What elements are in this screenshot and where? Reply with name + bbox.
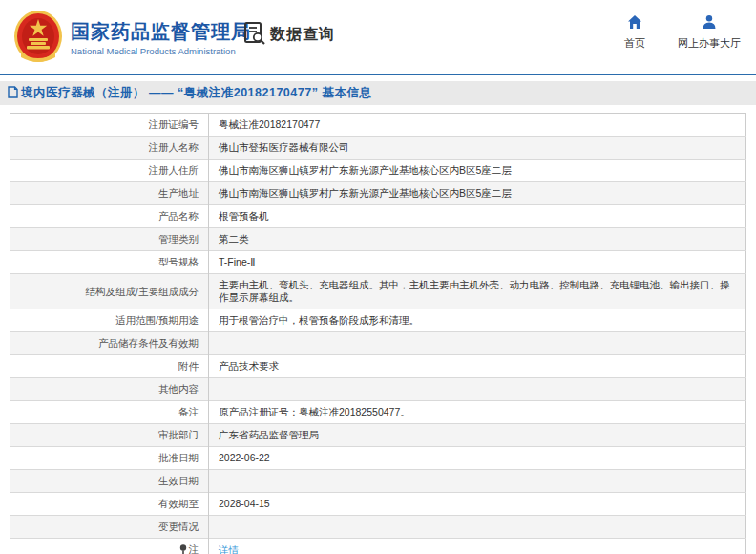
row-value: 佛山市南海区狮山镇罗村广东新光源产业基地核心区内B区5座二层 <box>209 182 746 205</box>
row-value: 粤械注准20182170477 <box>209 114 746 137</box>
row-label: 备注 <box>10 401 209 424</box>
site-header: 国家药品监督管理局 National Medical Products Admi… <box>0 0 756 74</box>
row-value: 广东省药品监督管理局 <box>209 424 746 447</box>
table-row: 适用范围/预期用途用于根管治疗中，根管预备阶段成形和清理。 <box>10 309 746 332</box>
row-label: 生产地址 <box>10 182 209 205</box>
table-row: 注册证编号粤械注准20182170477 <box>10 114 746 137</box>
registration-info-table: 注册证编号粤械注准20182170477 注册人名称佛山市登拓医疗器械有限公司 … <box>10 113 746 554</box>
row-value: 产品技术要求 <box>209 355 746 378</box>
document-search-icon <box>242 21 266 49</box>
row-label: 附件 <box>10 355 209 378</box>
row-label: 管理类别 <box>10 228 209 251</box>
row-label: 产品名称 <box>10 205 209 228</box>
table-row: 注册人住所佛山市南海区狮山镇罗村广东新光源产业基地核心区内B区5座二层 <box>10 160 746 182</box>
row-label: 注册人住所 <box>10 160 209 182</box>
table-row: 注 详情 <box>10 539 746 554</box>
nav-online-hall[interactable]: 网上办事大厅 <box>672 13 746 51</box>
row-value: 佛山市南海区狮山镇罗村广东新光源产业基地核心区内B区5座二层 <box>209 160 746 182</box>
data-query-label: 数据查询 <box>270 25 335 45</box>
row-value <box>209 516 746 539</box>
row-value: 用于根管治疗中，根管预备阶段成形和清理。 <box>209 309 746 332</box>
home-icon <box>598 13 672 32</box>
row-value <box>209 332 746 355</box>
table-row: 批准日期2022-06-22 <box>10 447 746 470</box>
row-value: 2022-06-22 <box>209 447 746 470</box>
row-label: 结构及组成/主要组成成分 <box>10 274 209 309</box>
details-link[interactable]: 详情 <box>219 544 239 554</box>
brand-text: 国家药品监督管理局 National Medical Products Admi… <box>71 20 251 57</box>
data-query-section[interactable]: 数据查询 <box>242 21 335 49</box>
header-divider <box>0 74 756 75</box>
row-label: 适用范围/预期用途 <box>10 309 209 332</box>
row-value: 佛山市登拓医疗器械有限公司 <box>209 137 746 160</box>
note-label-text: 注 <box>189 543 200 554</box>
page-title: 境内医疗器械（注册） —— “粤械注准20182170477” 基本信息 <box>21 85 371 101</box>
row-value <box>209 470 746 493</box>
table-row: 附件产品技术要求 <box>10 355 746 378</box>
table-row: 产品储存条件及有效期 <box>10 332 746 355</box>
agency-name-cn: 国家药品监督管理局 <box>71 20 251 43</box>
row-label: 注 <box>10 539 209 554</box>
row-value: 详情 <box>209 539 746 554</box>
pin-icon <box>179 544 187 554</box>
row-label: 生效日期 <box>10 470 209 493</box>
row-label: 产品储存条件及有效期 <box>10 332 209 355</box>
top-nav: 首页 网上办事大厅 <box>598 13 746 51</box>
row-value: T-Fine-Ⅱ <box>209 251 746 274</box>
nav-online-hall-label: 网上办事大厅 <box>672 36 746 51</box>
row-value <box>209 378 746 401</box>
row-value: 2028-04-15 <box>209 493 746 516</box>
table-row: 型号规格T-Fine-Ⅱ <box>10 251 746 274</box>
row-label: 有效期至 <box>10 493 209 516</box>
row-label: 变更情况 <box>10 516 209 539</box>
table-row: 有效期至2028-04-15 <box>10 493 746 516</box>
table-row: 备注原产品注册证号：粤械注准20182550477。 <box>10 401 746 424</box>
page-icon <box>8 85 21 102</box>
row-label: 批准日期 <box>10 447 209 470</box>
table-row: 结构及组成/主要组成成分主要由主机、弯机头、充电器组成。其中，主机主要由主机外壳… <box>10 274 746 309</box>
agency-name-en: National Medical Products Administration <box>71 45 251 57</box>
row-value: 根管预备机 <box>209 205 746 228</box>
row-value: 原产品注册证号：粤械注准20182550477。 <box>209 401 746 424</box>
person-icon <box>672 13 746 32</box>
row-label: 其他内容 <box>10 378 209 401</box>
row-value: 第二类 <box>209 228 746 251</box>
brand: 国家药品监督管理局 National Medical Products Admi… <box>13 10 251 67</box>
table-row: 生产地址佛山市南海区狮山镇罗村广东新光源产业基地核心区内B区5座二层 <box>10 182 746 205</box>
table-row: 其他内容 <box>10 378 746 401</box>
nav-home[interactable]: 首页 <box>598 13 672 51</box>
row-label: 注册人名称 <box>10 137 209 160</box>
table-row: 变更情况 <box>10 516 746 539</box>
nav-home-label: 首页 <box>598 36 672 51</box>
table-row: 产品名称根管预备机 <box>10 205 746 228</box>
row-label: 注册证编号 <box>10 114 209 137</box>
table-row: 审批部门广东省药品监督管理局 <box>10 424 746 447</box>
row-label: 审批部门 <box>10 424 209 447</box>
row-value: 主要由主机、弯机头、充电器组成。其中，主机主要由主机外壳、动力电路、控制电路、充… <box>209 274 746 309</box>
table-row: 注册人名称佛山市登拓医疗器械有限公司 <box>10 137 746 160</box>
national-emblem-logo <box>13 10 63 67</box>
table-row: 管理类别第二类 <box>10 228 746 251</box>
row-label: 型号规格 <box>10 251 209 274</box>
breadcrumb: 境内医疗器械（注册） —— “粤械注准20182170477” 基本信息 <box>0 81 756 105</box>
table-row: 生效日期 <box>10 470 746 493</box>
